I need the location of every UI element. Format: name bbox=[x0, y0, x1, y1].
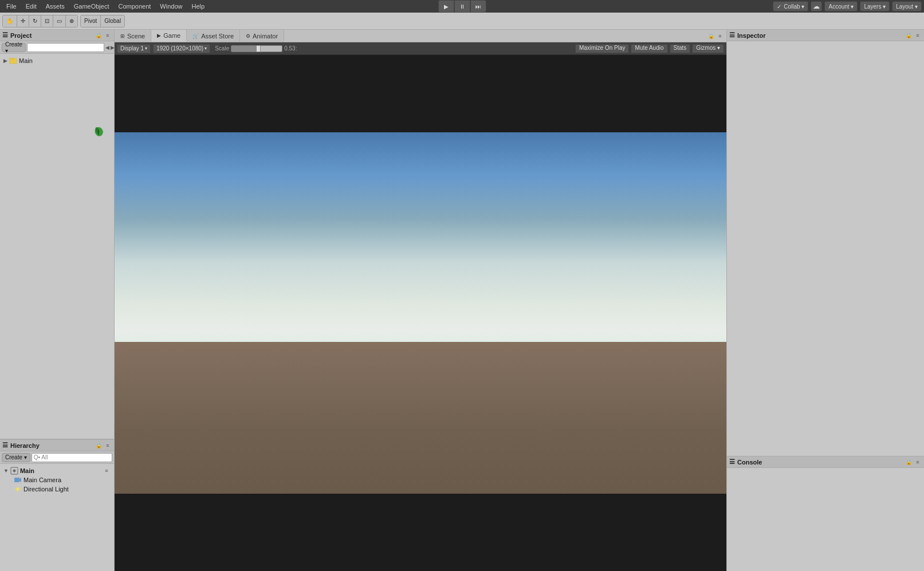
console-panel: ☰ Console 🔒 ≡ bbox=[727, 456, 924, 571]
all-tool[interactable]: ⊕ bbox=[66, 15, 77, 27]
inspector-lock-btn[interactable]: 🔒 bbox=[905, 31, 913, 40]
gizmos-btn[interactable]: Gizmos ▾ bbox=[692, 44, 724, 53]
mute-audio-btn[interactable]: Mute Audio bbox=[631, 44, 667, 53]
menu-gameobject[interactable]: GameObject bbox=[70, 2, 113, 11]
project-toolbar: Create ▾ ◀ ▶ bbox=[0, 41, 114, 54]
game-tab-icon: ▶ bbox=[157, 33, 161, 38]
gizmos-label: Gizmos ▾ bbox=[696, 45, 720, 51]
project-lock-btn[interactable]: 🔒 bbox=[95, 31, 103, 40]
play-button[interactable]: ▶ bbox=[438, 0, 454, 13]
hand-icon: ✋ bbox=[6, 18, 13, 24]
hierarchy-scene-icon bbox=[10, 467, 18, 475]
account-button[interactable]: Account ▾ bbox=[824, 1, 858, 11]
step-button[interactable]: ⏭ bbox=[470, 0, 486, 13]
pivot-button[interactable]: Pivot bbox=[81, 15, 101, 27]
project-main-item[interactable]: ▶ Main bbox=[2, 56, 112, 65]
menu-component[interactable]: Component bbox=[114, 2, 155, 11]
stats-label: Stats bbox=[674, 45, 687, 51]
display-label: Display 1 bbox=[120, 45, 144, 52]
rect-icon: ▭ bbox=[57, 18, 62, 24]
menu-window[interactable]: Window bbox=[156, 2, 186, 11]
console-icon: ☰ bbox=[729, 458, 735, 466]
project-nav-next[interactable]: ▶ bbox=[111, 44, 115, 52]
collab-button[interactable]: ✓ Collab ▾ bbox=[773, 1, 808, 11]
hierarchy-scene-menu[interactable]: ≡ bbox=[103, 467, 111, 475]
scene-tab-icon: ⊞ bbox=[120, 33, 125, 39]
gameview-menu-btn[interactable]: ≡ bbox=[716, 32, 724, 40]
right-panel: ☰ Inspector 🔒 ≡ ☰ Console 🔒 ≡ bbox=[726, 30, 924, 571]
layers-button[interactable]: Layers ▾ bbox=[860, 1, 890, 11]
pivot-global-group: Pivot Global bbox=[80, 15, 125, 27]
project-nav-prev[interactable]: ◀ bbox=[105, 44, 109, 52]
project-search-input[interactable] bbox=[27, 43, 104, 52]
resolution-chevron: ▾ bbox=[205, 46, 207, 51]
game-letterbox-bottom bbox=[115, 494, 726, 571]
toolbar: ✋ ✛ ↻ ⊡ ▭ ⊕ Pivot Global bbox=[0, 13, 924, 30]
console-menu-btn[interactable]: ≡ bbox=[914, 458, 922, 466]
hierarchy-camera-icon bbox=[14, 476, 22, 484]
account-label: Account ▾ bbox=[828, 3, 854, 10]
hierarchy-menu-btn[interactable]: ≡ bbox=[104, 442, 112, 450]
console-lock-btn[interactable]: 🔒 bbox=[905, 458, 913, 466]
gameview-lock-btn[interactable]: 🔒 bbox=[707, 32, 715, 40]
hierarchy-expand-icon: ▼ bbox=[3, 468, 9, 474]
layout-label: Layout ▾ bbox=[896, 3, 918, 10]
menu-assets[interactable]: Assets bbox=[42, 2, 69, 11]
tab-animator[interactable]: ⚙ Animator bbox=[240, 30, 284, 42]
menu-help[interactable]: Help bbox=[187, 2, 209, 11]
scale-slider[interactable] bbox=[231, 45, 282, 52]
hierarchy-lock-btn[interactable]: 🔒 bbox=[95, 442, 103, 450]
stats-btn[interactable]: Stats bbox=[670, 44, 691, 53]
hierarchy-directional-light[interactable]: Directional Light bbox=[2, 485, 112, 494]
menu-edit[interactable]: Edit bbox=[22, 2, 41, 11]
inspector-menu-btn[interactable]: ≡ bbox=[914, 31, 922, 40]
hierarchy-main-camera[interactable]: Main Camera bbox=[2, 475, 112, 485]
console-header: ☰ Console 🔒 ≡ bbox=[727, 456, 924, 468]
display-selector[interactable]: Display 1 ▾ bbox=[117, 44, 151, 53]
tab-game[interactable]: ▶ Game bbox=[151, 30, 187, 42]
display-chevron: ▾ bbox=[145, 46, 147, 51]
project-arrow-icon: ▶ bbox=[3, 58, 7, 64]
tab-asset-store[interactable]: 🛒 Asset Store bbox=[187, 30, 240, 42]
hand-tool[interactable]: ✋ bbox=[3, 15, 17, 27]
rotate-tool[interactable]: ↻ bbox=[29, 15, 41, 27]
menu-file[interactable]: File bbox=[2, 2, 21, 11]
resolution-label: 1920 (1920×1080) bbox=[156, 45, 203, 52]
inspector-content bbox=[727, 41, 924, 456]
rect-tool[interactable]: ▭ bbox=[53, 15, 66, 27]
pause-button[interactable]: ⏸ bbox=[454, 0, 470, 13]
hierarchy-camera-label: Main Camera bbox=[23, 477, 61, 483]
hierarchy-search[interactable]: Q• All bbox=[32, 453, 112, 462]
game-tab-label: Game bbox=[163, 32, 180, 39]
project-panel-title: Project bbox=[10, 32, 32, 39]
svg-rect-1 bbox=[10, 58, 13, 60]
hierarchy-panel-title: Hierarchy bbox=[10, 442, 40, 449]
project-menu-btn[interactable]: ≡ bbox=[104, 31, 112, 40]
animator-tab-label: Animator bbox=[253, 33, 278, 40]
maximize-on-play-btn[interactable]: Maximize On Play bbox=[575, 44, 630, 53]
game-toolbar: Display 1 ▾ 1920 (1920×1080) ▾ Scale 0.5… bbox=[115, 42, 726, 55]
tab-scene[interactable]: ⊞ Scene bbox=[115, 30, 151, 42]
move-tool[interactable]: ✛ bbox=[17, 15, 29, 27]
cloud-icon: ☁ bbox=[813, 2, 820, 10]
hierarchy-main-label: Main bbox=[20, 467, 34, 474]
tab-bar-right: 🔒 ≡ bbox=[707, 30, 726, 42]
move-icon: ✛ bbox=[21, 18, 25, 24]
hierarchy-search-label: Q• All bbox=[34, 454, 48, 460]
hierarchy-create-btn[interactable]: Create ▾ bbox=[2, 453, 30, 462]
hierarchy-main-scene[interactable]: ▼ Main ≡ bbox=[2, 466, 112, 475]
resolution-selector[interactable]: 1920 (1920×1080) ▾ bbox=[153, 44, 210, 53]
game-toolbar-right: Maximize On Play Mute Audio Stats Gizmos… bbox=[575, 44, 724, 53]
project-panel-icon: ☰ bbox=[2, 31, 8, 39]
cloud-button[interactable]: ☁ bbox=[811, 1, 822, 11]
game-canvas bbox=[115, 55, 726, 571]
hierarchy-panel: ☰ Hierarchy 🔒 ≡ Create ▾ Q• All ▼ bbox=[0, 439, 114, 571]
project-folder-icon bbox=[9, 57, 17, 65]
scale-tool[interactable]: ⊡ bbox=[41, 15, 53, 27]
layout-button[interactable]: Layout ▾ bbox=[892, 1, 922, 11]
project-create-btn[interactable]: Create ▾ bbox=[2, 43, 26, 52]
hierarchy-panel-header: ☰ Hierarchy 🔒 ≡ bbox=[0, 440, 114, 451]
global-button[interactable]: Global bbox=[101, 15, 124, 27]
play-icon: ▶ bbox=[444, 3, 449, 10]
hierarchy-panel-icon: ☰ bbox=[2, 442, 8, 449]
